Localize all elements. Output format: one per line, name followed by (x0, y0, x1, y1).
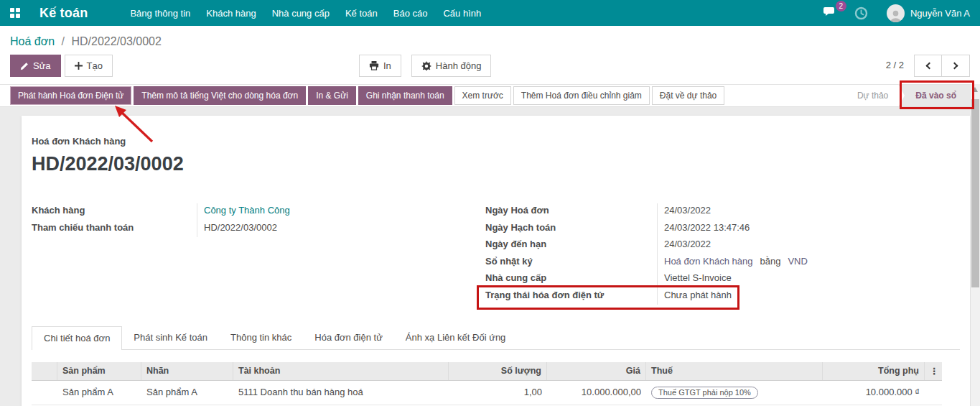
column-price[interactable]: Giá (547, 362, 646, 380)
cell-product: Sản phẩm A (57, 381, 141, 405)
field-accounting-date: Ngày Hạch toán 24/03/2022 13:47:46 (485, 221, 952, 238)
invoice-date-label: Ngày Hoá đơn (485, 203, 658, 221)
column-product[interactable]: Sản phẩm (57, 362, 141, 380)
control-panel: Hoá đơn / HD/2022/03/0002 Sửa Tạo In (0, 26, 980, 84)
action-button[interactable]: Hành động (411, 55, 492, 77)
activities-button[interactable] (854, 6, 868, 20)
pager-previous-button[interactable] (914, 55, 942, 77)
tax-tag: Thuế GTGT phải nộp 10% (651, 387, 758, 399)
field-einvoice-status: Trạng thái hóa đơn điện tử Chưa phát hàn… (485, 288, 952, 305)
create-button-label: Tạo (87, 60, 103, 71)
menu-vendors[interactable]: Nhà cung cấp (264, 0, 337, 26)
tab-other-info[interactable]: Thông tin khác (219, 326, 303, 349)
field-customer: Khách hàng Công ty Thành Công (32, 203, 462, 221)
einvoice-provider-label: Nhà cung cấp (485, 271, 658, 288)
print-button[interactable]: In (359, 55, 401, 77)
field-invoice-date: Ngày Hoá đơn 24/03/2022 (485, 203, 952, 221)
due-date-value: 24/03/2022 (658, 237, 711, 249)
pager-next-button[interactable] (942, 55, 970, 77)
breadcrumb-parent[interactable]: Hoá đơn (10, 35, 55, 47)
tab-counterpart-mapping[interactable]: Ánh xạ Liên kết Đối ứng (394, 326, 518, 349)
einvoice-status-value: Chưa phát hành (658, 288, 732, 300)
table-row[interactable]: Sản phẩm A Sản phẩm A 5111 Doanh thu bán… (32, 381, 942, 405)
cell-price: 10.000.000,00 (547, 381, 646, 405)
clock-icon (854, 6, 868, 20)
chevron-right-icon (951, 63, 958, 70)
apps-grid-icon[interactable] (10, 8, 20, 18)
cell-tax: Thuế GTGT phải nộp 10% (646, 381, 823, 405)
field-group-left: Khách hàng Công ty Thành Công Tham chiếu… (32, 203, 462, 237)
issue-einvoice-button[interactable]: Phát hành Hoá đơn Điện tử (10, 86, 131, 105)
pager-count: 2 / 2 (886, 60, 904, 70)
scrollbar-up-arrow-icon[interactable] (972, 87, 978, 92)
printer-icon (369, 61, 379, 70)
cell-account: 5111 Doanh thu bán hàng hoá (233, 381, 449, 405)
add-vietnamese-description-button[interactable]: Thêm mô tả tiếng Việt cho dòng hóa đơn (134, 86, 306, 105)
field-journal: Sổ nhật ký Hoá đơn Khách hàngbằngVND (485, 254, 952, 272)
cell-subtotal: 10.000.000 ₫ (823, 381, 925, 405)
print-button-label: In (383, 60, 391, 71)
due-date-label: Ngày đến hạn (485, 237, 658, 254)
accounting-date-value: 24/03/2022 13:47:46 (658, 221, 750, 233)
state-arrow-icon (898, 84, 905, 107)
add-credit-note-button[interactable]: Thêm Hoá đơn điều chỉnh giảm (513, 86, 650, 105)
column-account[interactable]: Tài khoản (233, 362, 449, 380)
invoice-date-value: 24/03/2022 (658, 203, 711, 216)
field-payment-reference: Tham chiếu thanh toán HD/2022/03/0002 (32, 221, 462, 238)
avatar (887, 4, 905, 22)
scrollbar-thumb[interactable] (971, 99, 979, 287)
person-icon (889, 9, 902, 22)
register-payment-button[interactable]: Ghi nhận thanh toán (358, 86, 452, 105)
user-menu[interactable]: Nguyễn Văn A (887, 4, 970, 22)
tab-invoice-lines[interactable]: Chi tiết hoá đơn (32, 326, 122, 350)
preview-button[interactable]: Xem trước (454, 86, 511, 105)
navbar-right: 2 Nguyễn Văn A (823, 4, 970, 22)
pencil-icon (20, 62, 29, 70)
main-menu: Bảng thông tin Khách hàng Nhà cung cấp K… (122, 0, 489, 26)
field-group-right: Ngày Hoá đơn 24/03/2022 Ngày Hạch toán 2… (485, 203, 952, 305)
tab-einvoice[interactable]: Hóa đơn điện tử (303, 326, 394, 349)
form-view: Hoá đơn Khách hàng HD/2022/03/0002 Khách… (0, 108, 971, 406)
user-name: Nguyễn Văn A (910, 8, 970, 19)
invoice-number: HD/2022/03/0002 (32, 153, 184, 175)
menu-reports[interactable]: Báo cáo (386, 0, 436, 26)
menu-dashboard[interactable]: Bảng thông tin (122, 0, 198, 26)
menu-customers[interactable]: Khách hàng (198, 0, 263, 26)
menu-configuration[interactable]: Cấu hình (435, 0, 489, 26)
statusbar: Phát hành Hoá đơn Điện tử Thêm mô tả tiế… (0, 84, 971, 107)
vertical-scrollbar[interactable] (971, 84, 980, 406)
status-pipeline: Dự thảo Đã vào sổ (847, 85, 971, 106)
column-options-icon[interactable]: ⋮ (925, 362, 942, 380)
currency-value[interactable]: VND (788, 256, 807, 267)
row-handle (32, 381, 57, 405)
print-and-send-button[interactable]: In & Gửi (308, 86, 356, 105)
journal-conjunction: bằng (760, 256, 780, 267)
table-header-row: Sản phẩm Nhãn Tài khoản Số lượng Giá Thu… (32, 362, 942, 381)
breadcrumb: Hoá đơn / HD/2022/03/0002 (0, 26, 980, 48)
column-subtotal[interactable]: Tổng phụ (823, 362, 925, 380)
menu-accounting[interactable]: Kế toán (337, 0, 386, 26)
action-button-label: Hành động (436, 60, 482, 71)
chevron-left-icon (925, 63, 933, 70)
payment-reference-value: HD/2022/03/0002 (197, 221, 277, 233)
tab-journal-items[interactable]: Phát sinh Kế toán (122, 326, 219, 349)
create-button[interactable]: Tạo (65, 55, 113, 77)
breadcrumb-current: HD/2022/03/0002 (71, 35, 161, 47)
reset-to-draft-button[interactable]: Đặt về dự thảo (652, 86, 724, 105)
messages-button[interactable]: 2 (823, 6, 839, 21)
app-brand[interactable]: Kế toán (39, 6, 88, 21)
document-type-label: Hoá đơn Khách hàng (32, 136, 126, 147)
field-einvoice-provider: Nhà cung cấp Viettel S-Invoice (485, 271, 952, 288)
edit-button[interactable]: Sửa (10, 55, 61, 77)
field-due-date: Ngày đến hạn 24/03/2022 (485, 237, 952, 254)
gear-icon (421, 61, 431, 71)
state-posted[interactable]: Đã vào sổ (898, 85, 971, 106)
einvoice-status-label: Trạng thái hóa đơn điện tử (485, 288, 658, 305)
column-quantity[interactable]: Số lượng (449, 362, 547, 380)
column-label[interactable]: Nhãn (141, 362, 233, 380)
customer-value[interactable]: Công ty Thành Công (197, 203, 290, 216)
state-draft[interactable]: Dự thảo (847, 85, 898, 106)
journal-value[interactable]: Hoá đơn Khách hàng (664, 256, 752, 267)
journal-label: Sổ nhật ký (485, 254, 658, 272)
column-tax[interactable]: Thuế (646, 362, 823, 380)
